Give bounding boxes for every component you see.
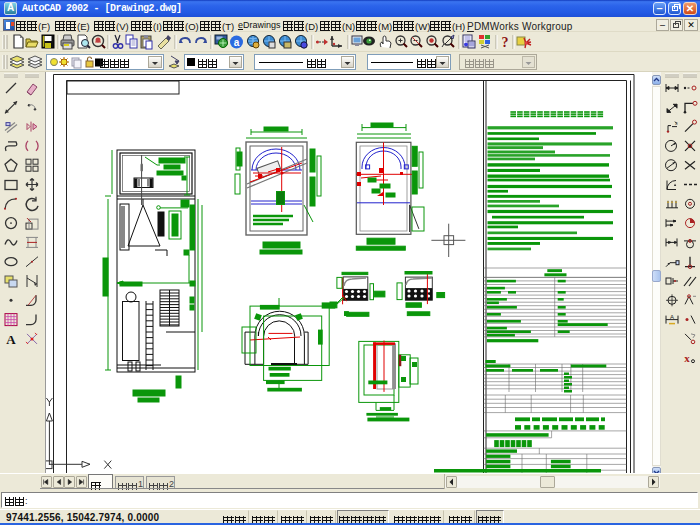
svg-text:?: ? [502, 35, 509, 50]
svg-text:A: A [6, 332, 16, 347]
svg-text:x: x [675, 120, 678, 126]
svg-text:a: a [234, 37, 240, 48]
svg-text:x: x [684, 352, 690, 364]
svg-text:A: A [670, 314, 674, 320]
